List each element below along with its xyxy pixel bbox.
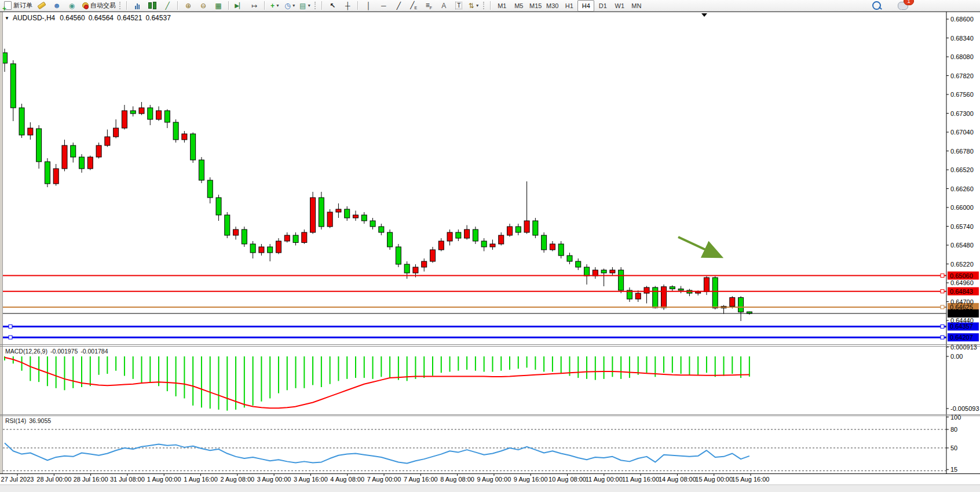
candle-body	[173, 122, 178, 140]
templates-button[interactable]: ▤▼	[298, 0, 313, 12]
tile-windows-button[interactable]: ▦	[211, 0, 226, 12]
chart-shift-icon: ↦	[251, 2, 257, 10]
zoom-out-button[interactable]: ⊖	[196, 0, 211, 12]
price-axis-tick-label: 0.66780	[950, 148, 974, 155]
cursor-button[interactable]: ↖	[325, 0, 340, 12]
timeframe-m15[interactable]: M15	[527, 0, 544, 12]
new-order-label: 新订单	[13, 1, 32, 10]
chart-shift-button[interactable]: ↦	[247, 0, 262, 12]
indicators-button[interactable]: +▼	[268, 0, 283, 12]
line-chart-button[interactable]: ╱	[160, 0, 175, 12]
community-button[interactable]: ☻	[49, 0, 64, 12]
fibonacci-button[interactable]: ≡F	[421, 0, 436, 12]
price-axis-tick-label: 0.65480	[950, 242, 974, 249]
candle-body	[601, 270, 606, 273]
zoom-in-button[interactable]: ⊕	[181, 0, 196, 12]
symbol-period-label: AUDUSD-,H4	[13, 14, 55, 22]
price-axis-tick-label: 0.64440	[950, 317, 974, 324]
new-order-button[interactable]: + 新订单	[2, 0, 34, 12]
autotrading-button[interactable]: 自动交易	[79, 0, 118, 12]
crosshair-button[interactable]: ┼	[340, 0, 355, 12]
time-axis-label: 9 Aug 00:00	[477, 476, 511, 483]
time-axis-label: 2 Aug 08:00	[220, 476, 254, 483]
toolbar-separator	[177, 1, 178, 10]
candle-body	[2, 53, 8, 63]
bar-chart-icon	[135, 2, 140, 9]
candlestick-chart-icon	[148, 2, 156, 9]
timeframe-m1[interactable]: M1	[493, 0, 510, 12]
candle-body	[336, 209, 341, 212]
bar-chart-button[interactable]	[130, 0, 145, 12]
notifications-button[interactable]: 1	[895, 0, 910, 12]
time-axis-label: 7 Aug 16:00	[404, 476, 438, 483]
candle-body	[678, 289, 683, 291]
candle-body	[481, 241, 487, 247]
signals-button[interactable]: ◉	[64, 0, 79, 12]
arrows-button[interactable]: ⇅▼	[466, 0, 481, 12]
candle-body	[473, 229, 478, 241]
candle-body	[233, 229, 239, 235]
time-axis-label: 15 Aug 16:00	[732, 476, 770, 483]
timeframe-w1[interactable]: W1	[611, 0, 628, 12]
equidistant-channel-icon: ╱E	[410, 1, 417, 10]
time-axis-label: 8 Aug 08:00	[440, 476, 474, 483]
line-anchor-handle[interactable]	[9, 336, 12, 339]
macd-axis-label: -0.005093	[950, 405, 979, 412]
time-axis-label: 27 Jul 2023	[1, 476, 34, 483]
bottom-strip	[0, 484, 980, 492]
time-axis-label: 1 Aug 16:00	[184, 476, 218, 483]
timeframe-h1[interactable]: H1	[561, 0, 577, 12]
rsi-name: RSI(14)	[5, 417, 26, 424]
symbol-dropdown-icon[interactable]: ▼	[5, 16, 9, 21]
time-axis-label: 15 Aug 00:00	[695, 476, 733, 483]
timeframe-h4[interactable]: H4	[577, 0, 594, 12]
templates-chart-icon: ▤	[299, 2, 306, 10]
dropdown-arrow-icon: ▼	[276, 3, 280, 8]
text-button[interactable]: A	[436, 0, 451, 12]
candle-body	[507, 227, 513, 235]
line-anchor-handle[interactable]	[941, 336, 944, 339]
trendline-button[interactable]: ╱	[391, 0, 406, 12]
candle-body	[379, 227, 384, 232]
timeframe-m5[interactable]: M5	[510, 0, 527, 12]
line-anchor-handle[interactable]	[941, 274, 944, 278]
candle-body	[584, 267, 590, 276]
price-chart-pane[interactable]	[3, 12, 946, 344]
candle-body	[696, 292, 701, 294]
equidistant-channel-button[interactable]: ╱E	[406, 0, 421, 12]
candle-body	[465, 229, 470, 238]
chart-canvas[interactable]: 0.650600.648430.646250.645370.643570.642…	[0, 12, 980, 492]
line-anchor-handle[interactable]	[941, 325, 944, 328]
auto-scroll-button[interactable]: ▶▏	[232, 0, 247, 12]
chart-window[interactable]: 0.650600.648430.646250.645370.643570.642…	[0, 12, 980, 492]
timeframe-m30[interactable]: M30	[544, 0, 561, 12]
candle-body	[122, 111, 127, 128]
price-axis-tick-label: 0.66000	[950, 204, 974, 211]
time-axis-label: 3 Aug 00:00	[257, 476, 291, 483]
macd-pane[interactable]	[3, 347, 946, 414]
horizontal-line-button[interactable]: ─	[376, 0, 391, 12]
zoom-in-icon: ⊕	[185, 2, 191, 10]
candle-body	[430, 250, 436, 261]
candle-body	[456, 232, 461, 238]
text-label-button[interactable]: T	[451, 0, 466, 12]
candle-body	[319, 198, 324, 227]
candle-body	[542, 235, 547, 250]
line-anchor-handle[interactable]	[941, 305, 944, 309]
line-anchor-handle[interactable]	[941, 290, 944, 293]
metaeditor-button[interactable]	[34, 0, 49, 12]
time-axis-label: 14 Aug 08:00	[659, 476, 696, 483]
line-anchor-handle[interactable]	[9, 325, 12, 328]
periods-button[interactable]: ◷▼	[283, 0, 298, 12]
timeframe-mn[interactable]: MN	[628, 0, 645, 12]
autotrading-icon	[81, 2, 89, 9]
horizontal-line-icon: ─	[381, 2, 386, 10]
timeframe-d1[interactable]: D1	[594, 0, 611, 12]
rsi-pane[interactable]	[3, 417, 946, 473]
candlestick-chart-button[interactable]	[145, 0, 160, 12]
search-button[interactable]	[869, 0, 884, 12]
vertical-line-button[interactable]: │	[361, 0, 376, 12]
candle-body	[738, 298, 744, 312]
vertical-line-icon: │	[367, 2, 371, 10]
macd-name: MACD(12,26,9)	[5, 348, 47, 355]
